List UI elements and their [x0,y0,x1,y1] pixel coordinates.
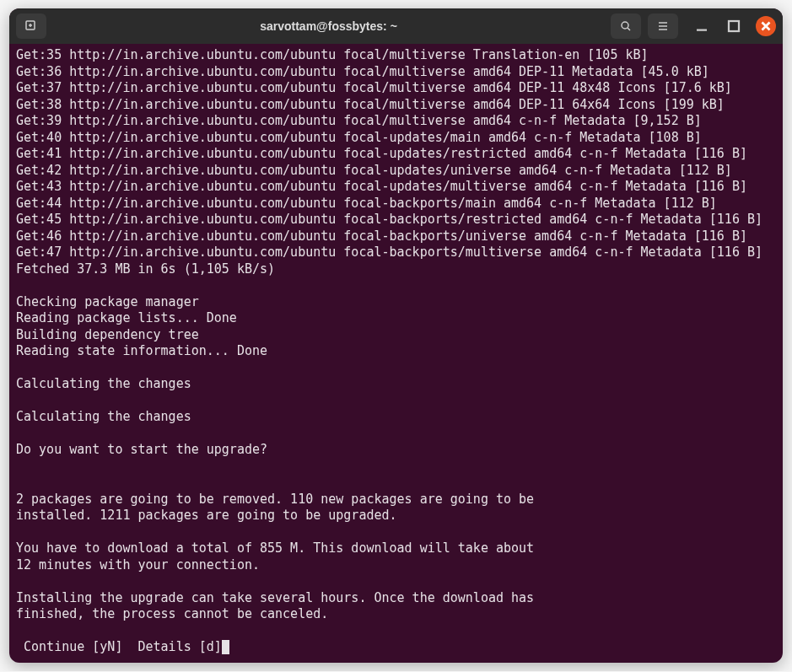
terminal-line: Get:35 http://in.archive.ubuntu.com/ubun… [16,47,649,62]
terminal-line: installed. 1211 packages are going to be… [16,508,397,523]
search-button[interactable] [611,13,641,39]
terminal-line: finished, the process cannot be canceled… [16,606,328,621]
terminal-line: Do you want to start the upgrade? [16,442,267,457]
terminal-line: You have to download a total of 855 M. T… [16,540,534,556]
terminal-line: Fetched 37.3 MB in 6s (1,105 kB/s) [16,261,275,277]
new-tab-icon [24,19,38,33]
terminal-line: Get:44 http://in.archive.ubuntu.com/ubun… [16,196,717,211]
terminal-line: Get:39 http://in.archive.ubuntu.com/ubun… [16,113,702,128]
terminal-line: Reading state information... Done [16,343,267,358]
terminal-line: Get:46 http://in.archive.ubuntu.com/ubun… [16,228,747,244]
terminal-line: Checking package manager [16,294,199,309]
search-icon [619,19,633,33]
terminal-line: Installing the upgrade can take several … [16,590,534,605]
menu-button[interactable] [648,13,678,39]
terminal-line: Building dependency tree [16,327,199,342]
svg-point-1 [622,22,628,29]
maximize-button[interactable] [724,16,744,36]
close-button[interactable] [756,16,776,36]
maximize-icon [724,16,744,36]
terminal-line: Get:36 http://in.archive.ubuntu.com/ubun… [16,64,709,79]
minimize-icon [692,16,712,36]
terminal-line: Get:37 http://in.archive.ubuntu.com/ubun… [16,80,732,95]
window-title: sarvottam@fossbytes: ~ [53,19,604,33]
terminal-output[interactable]: Get:35 http://in.archive.ubuntu.com/ubun… [9,44,783,663]
terminal-line: Get:47 http://in.archive.ubuntu.com/ubun… [16,245,762,260]
terminal-window: sarvottam@fossbytes: ~ [9,8,783,663]
terminal-line: Get:41 http://in.archive.ubuntu.com/ubun… [16,146,747,161]
terminal-line: Get:40 http://in.archive.ubuntu.com/ubun… [16,130,702,145]
terminal-line: Get:45 http://in.archive.ubuntu.com/ubun… [16,212,762,227]
window-controls [692,16,776,36]
terminal-line: Reading package lists... Done [16,310,237,325]
close-icon [756,16,776,36]
terminal-line: Get:43 http://in.archive.ubuntu.com/ubun… [16,179,747,194]
terminal-line: Calculating the changes [16,409,191,424]
terminal-line: Calculating the changes [16,376,191,391]
terminal-line: Get:42 http://in.archive.ubuntu.com/ubun… [16,163,732,178]
svg-rect-2 [729,21,739,31]
terminal-line: Get:38 http://in.archive.ubuntu.com/ubun… [16,97,725,112]
terminal-line: 12 minutes with your connection. [16,557,260,573]
hamburger-icon [656,19,670,33]
minimize-button[interactable] [692,16,712,36]
terminal-line: 2 packages are going to be removed. 110 … [16,492,534,507]
terminal-prompt: Continue [yN] Details [d] [16,639,222,654]
titlebar: sarvottam@fossbytes: ~ [9,8,783,44]
new-tab-button[interactable] [16,13,46,39]
cursor [222,640,229,654]
